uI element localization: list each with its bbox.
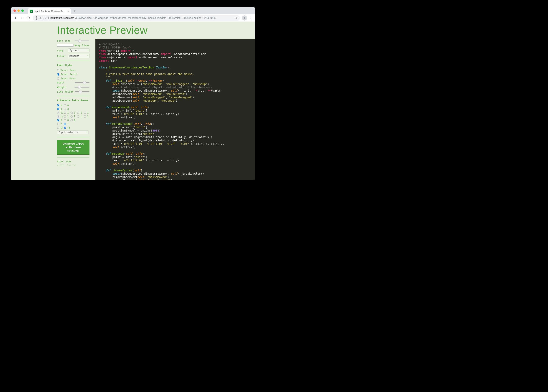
alt-option[interactable]: l [71,115,76,118]
radio-icon[interactable] [84,115,86,118]
width-slider[interactable] [75,82,89,83]
reload-button[interactable] [25,15,31,21]
alt-glyph: i [67,111,69,114]
radio-icon[interactable] [64,126,66,129]
sidebar: Font size Wrap lines Lang: Python Color:… [57,39,89,180]
browser-window: ▲ Input: Fonts for Code — Previe × + i 不… [11,7,255,180]
radio-icon[interactable] [84,112,86,114]
font-style-option[interactable]: Input Sans [57,69,89,72]
back-button[interactable] [13,15,18,21]
lineheight-label: Line height [57,90,75,93]
profile-avatar[interactable] [242,15,247,21]
titlebar: ▲ Input: Fonts for Code — Previe × + [11,7,255,14]
close-window-button[interactable] [14,9,16,12]
radio-icon[interactable] [77,112,79,114]
radio-icon[interactable] [57,73,59,76]
radio-icon[interactable] [57,126,59,129]
radio-icon[interactable] [57,119,59,121]
alt-option[interactable]: g [64,108,70,110]
alt-option[interactable]: a [64,104,70,107]
lang-select[interactable]: Python [68,49,89,52]
alt-option[interactable]: {} [57,126,63,129]
font-style-option[interactable]: Input Serif [57,73,89,76]
alt-option[interactable]: i [71,111,76,114]
bookmark-star-icon[interactable]: ☆ [235,16,238,20]
radio-icon[interactable] [57,112,59,114]
radio-icon[interactable] [64,119,66,121]
download-button[interactable]: Download Input with these settings [57,140,89,154]
alt-option[interactable]: 0 [64,119,70,122]
color-label: Color: [57,55,68,57]
color-select[interactable]: Monokai [68,54,89,58]
maximize-window-button[interactable] [21,9,24,12]
alt-letterform-row: aa [57,104,89,107]
radio-icon[interactable] [64,112,66,114]
url-host: input.fontbureau.com [50,16,74,19]
alt-option[interactable]: l [84,115,90,118]
forward-button[interactable] [19,15,25,21]
alt-option[interactable]: i [64,111,70,114]
width-label: Width [57,81,75,84]
menu-button[interactable] [248,15,253,21]
alt-option[interactable]: 0 [71,119,76,122]
font-size-slider[interactable] [75,41,89,41]
radio-icon[interactable] [57,104,59,106]
alt-glyph: 0 [61,119,62,122]
wrap-lines-checkbox[interactable] [57,44,73,47]
radio-icon[interactable] [57,77,59,80]
alt-option[interactable]: a [57,104,63,107]
radio-icon[interactable] [71,112,73,114]
radio-icon[interactable] [64,108,66,110]
download-line1: Download Input [63,142,84,145]
alt-option[interactable]: {} [64,126,70,129]
alt-option[interactable]: 0 [57,119,63,122]
alt-option[interactable]: i/i [57,111,63,114]
divider [57,96,89,96]
lineheight-slider[interactable] [75,91,89,92]
address-bar[interactable]: i 不安全 | input.fontbureau.com/preview/?si… [33,15,240,21]
radio-icon[interactable] [57,115,59,118]
alt-option[interactable]: g [57,108,63,110]
alt-letterform-row: gg [57,108,89,110]
radio-icon[interactable] [57,108,59,110]
radio-icon[interactable] [57,69,59,71]
radio-icon[interactable] [64,115,66,118]
radio-icon[interactable] [64,104,66,106]
radio-icon[interactable] [57,123,59,125]
page-viewport[interactable]: Interactive Preview Font size Wrap lines… [11,22,255,180]
font-style-label: Input Serif [61,73,77,76]
alt-glyph: l [74,115,75,118]
radio-icon[interactable] [71,115,73,118]
tab-close-icon[interactable]: × [67,10,69,13]
weight-slider[interactable] [75,87,89,88]
alt-option[interactable]: * [57,123,63,125]
font-style-label: Input Sans [61,69,75,72]
alt-glyph: 0 [67,119,69,122]
lang-label: Lang: [57,49,68,52]
alt-option[interactable]: l/l [57,115,63,118]
minimize-window-button[interactable] [17,9,20,12]
font-style-option[interactable]: Input Mono [57,77,89,80]
alt-letterform-row: 000 [57,119,89,122]
new-tab-button[interactable]: + [74,9,76,13]
radio-icon[interactable] [77,115,79,118]
defaults-select[interactable]: Input defaults [57,130,89,134]
alt-option[interactable]: l [64,115,70,118]
radio-icon[interactable] [64,123,66,125]
alt-glyph: l [80,115,82,118]
alt-glyph: {} [61,126,63,129]
alt-option[interactable]: * [64,123,70,125]
alt-letterform-row: ** [57,123,89,125]
summary-size: Size: 14px [57,160,89,163]
alt-option[interactable]: i [77,111,83,114]
alt-option[interactable]: l [77,115,83,118]
browser-tab[interactable]: ▲ Input: Fonts for Code — Previe × [28,8,71,14]
alt-glyph: {} [67,126,70,129]
site-info-icon[interactable]: i [35,16,38,20]
radio-icon[interactable] [71,119,73,121]
insecure-label: 不安全 [39,16,47,20]
alt-glyph: i [74,111,75,114]
alt-option[interactable]: i [84,111,90,114]
alt-glyph: * [61,123,62,125]
font-size-label: Font size [57,39,75,42]
